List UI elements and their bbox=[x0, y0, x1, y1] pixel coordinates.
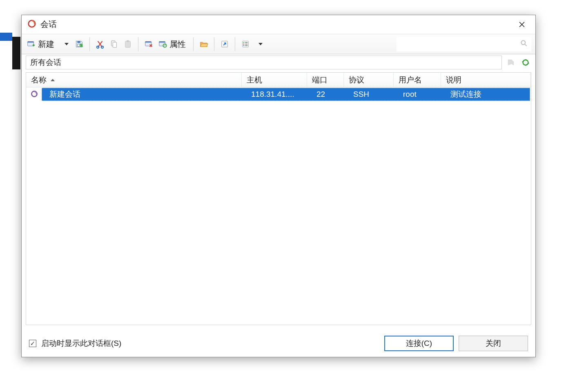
copy-button[interactable] bbox=[107, 36, 121, 52]
show-on-start-label: 启动时显示此对话框(S) bbox=[41, 338, 121, 349]
close-window-button[interactable] bbox=[513, 17, 531, 32]
cell-name: 新建会话 bbox=[45, 89, 246, 100]
col-header-username[interactable]: 用户名 bbox=[394, 73, 441, 87]
open-folder-button[interactable] bbox=[197, 36, 211, 52]
titlebar: 会话 bbox=[22, 15, 535, 34]
col-header-port[interactable]: 端口 bbox=[307, 73, 344, 87]
col-header-host[interactable]: 主机 bbox=[242, 73, 307, 87]
svg-point-7 bbox=[101, 46, 104, 49]
paste-button[interactable] bbox=[121, 36, 135, 52]
svg-rect-10 bbox=[125, 41, 131, 48]
location-path: 所有会话 bbox=[30, 57, 61, 68]
location-row: 所有会话 bbox=[22, 54, 535, 71]
save-button[interactable] bbox=[72, 36, 86, 52]
search-icon bbox=[520, 39, 528, 49]
window-title: 会话 bbox=[40, 19, 57, 30]
properties-button[interactable]: 属性 bbox=[156, 36, 190, 52]
cell-port: 22 bbox=[312, 90, 348, 99]
col-header-name[interactable]: 名称 bbox=[26, 73, 242, 87]
dialog-footer: 启动时显示此对话框(S) 连接(C) 关闭 bbox=[22, 329, 535, 357]
cell-protocol: SSH bbox=[348, 90, 398, 99]
svg-rect-20 bbox=[243, 44, 245, 45]
toolbar-search[interactable] bbox=[397, 37, 531, 51]
cell-username: root bbox=[398, 90, 446, 99]
app-swirl-icon bbox=[27, 19, 36, 30]
shortcut-button[interactable] bbox=[218, 36, 232, 52]
location-box[interactable]: 所有会话 bbox=[26, 56, 502, 69]
col-header-description[interactable]: 说明 bbox=[441, 73, 531, 87]
cell-host: 118.31.41.... bbox=[246, 90, 312, 99]
close-button[interactable]: 关闭 bbox=[459, 336, 528, 351]
new-session-button[interactable]: 新建 bbox=[24, 36, 58, 52]
svg-rect-2 bbox=[28, 42, 34, 43]
sessions-dialog: 会话 新建 bbox=[21, 15, 536, 357]
properties-label: 属性 bbox=[169, 39, 186, 50]
svg-point-22 bbox=[521, 40, 525, 45]
svg-rect-21 bbox=[243, 45, 245, 46]
cell-description: 测试连接 bbox=[446, 89, 530, 100]
svg-rect-9 bbox=[113, 42, 116, 47]
cut-button[interactable] bbox=[93, 36, 107, 52]
table-body: 新建会话 118.31.41.... 22 SSH root 测试连接 bbox=[26, 87, 531, 325]
connect-button[interactable]: 连接(C) bbox=[384, 336, 454, 351]
view-mode-button[interactable] bbox=[238, 36, 252, 52]
table-row[interactable]: 新建会话 118.31.41.... 22 SSH root 测试连接 bbox=[42, 88, 530, 101]
svg-rect-3 bbox=[77, 41, 80, 43]
svg-rect-11 bbox=[127, 40, 129, 42]
svg-rect-13 bbox=[145, 42, 152, 43]
view-mode-dropdown[interactable] bbox=[252, 36, 266, 52]
svg-rect-15 bbox=[159, 42, 165, 43]
refresh-button[interactable] bbox=[520, 57, 531, 68]
show-on-start-checkbox[interactable] bbox=[29, 340, 36, 347]
col-header-protocol[interactable]: 协议 bbox=[344, 73, 394, 87]
svg-rect-19 bbox=[243, 42, 245, 43]
sessions-table: 名称 主机 端口 协议 用户名 说明 新建会话 118.31.41.... 22… bbox=[26, 72, 531, 325]
delete-button[interactable] bbox=[142, 36, 156, 52]
svg-point-6 bbox=[97, 46, 99, 49]
tag-bookmark-icon[interactable] bbox=[505, 57, 517, 68]
new-session-label: 新建 bbox=[38, 39, 54, 50]
session-swirl-icon bbox=[29, 88, 40, 100]
new-dropdown-button[interactable] bbox=[58, 36, 72, 52]
table-header: 名称 主机 端口 协议 用户名 说明 bbox=[26, 73, 531, 87]
toolbar: 新建 属性 bbox=[22, 34, 535, 54]
